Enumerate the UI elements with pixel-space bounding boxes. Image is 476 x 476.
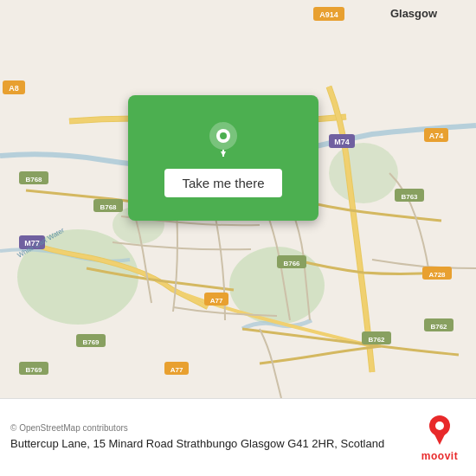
svg-text:B763: B763	[401, 193, 418, 201]
moovit-icon	[426, 414, 453, 450]
svg-marker-49	[434, 434, 445, 445]
moovit-logo: moovit	[414, 414, 466, 462]
location-pin-icon	[203, 119, 244, 160]
take-me-there-button[interactable]: Take me there	[164, 169, 281, 197]
svg-text:A77: A77	[170, 366, 183, 374]
osm-credit: © OpenStreetMap contributors	[10, 423, 405, 433]
info-bar: © OpenStreetMap contributors Buttercup L…	[0, 398, 476, 476]
svg-text:B766: B766	[283, 260, 300, 267]
svg-point-48	[435, 421, 444, 430]
svg-text:B769: B769	[25, 366, 42, 374]
svg-text:B762: B762	[368, 336, 385, 344]
app-container: A914 A8 M8 M8 M74 A74 M77 B768 B	[0, 0, 476, 476]
address-text: Buttercup Lane, 15 Minard Road Strathbun…	[10, 436, 405, 452]
address-block: © OpenStreetMap contributors Buttercup L…	[10, 423, 405, 452]
svg-point-3	[329, 143, 398, 203]
svg-text:A8: A8	[9, 84, 19, 93]
svg-text:B768: B768	[25, 176, 42, 183]
svg-text:A74: A74	[429, 132, 444, 140]
svg-text:Glasgow: Glasgow	[390, 7, 438, 20]
svg-text:B762: B762	[430, 323, 447, 331]
svg-marker-46	[221, 151, 226, 157]
overlay-card: Take me there	[128, 95, 318, 221]
moovit-label: moovit	[421, 450, 458, 462]
map-container: A914 A8 M8 M8 M74 A74 M77 B768 B	[0, 0, 476, 398]
svg-text:B769: B769	[82, 338, 100, 346]
svg-text:A914: A914	[319, 10, 338, 19]
svg-text:A728: A728	[428, 271, 446, 279]
svg-point-45	[220, 132, 227, 139]
svg-text:A77: A77	[210, 297, 223, 305]
svg-text:B768: B768	[100, 203, 117, 211]
svg-text:M74: M74	[334, 138, 350, 146]
